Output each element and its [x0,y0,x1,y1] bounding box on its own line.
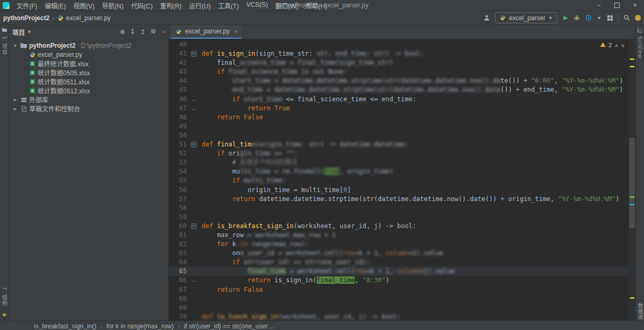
hide-panel-icon[interactable]: − [161,28,165,36]
breadcrumb-item[interactable]: for k in range(max_row) [107,323,174,330]
inspections-widget[interactable]: 2 ∧ ∨ [598,41,627,49]
code-line[interactable]: 68 [169,294,636,303]
chevron-right-icon[interactable]: ▸ [12,106,18,111]
run-configuration-select[interactable]: excel_parser ▼ [495,12,557,23]
code-line[interactable]: 59 [169,213,636,222]
fold-marker-icon[interactable]: ⌐ [189,104,198,113]
chevron-right-icon[interactable]: ▸ [12,97,18,102]
code-line[interactable]: 58 [169,204,636,213]
debug-button[interactable] [573,14,580,21]
code-line[interactable]: 57 return datetime.datetime.strptime(str… [169,195,636,204]
code-line[interactable]: 42 final_science_time = final_time(sign_… [169,58,636,67]
code-line[interactable]: 47⌐ return True [169,104,636,113]
run-button[interactable] [562,14,569,21]
tool-button-sciview[interactable]: SciView [637,25,643,58]
project-panel-title[interactable]: 项目 [12,28,25,37]
code-line[interactable]: 49 [169,122,636,131]
menu-item[interactable]: 工具(T) [214,0,242,11]
menu-item[interactable]: 视图(V) [69,0,98,11]
fold-marker-icon[interactable]: − [189,140,198,149]
tree-item-label: 外部库 [29,95,48,104]
breadcrumb-project[interactable]: pythonProject2 [3,14,49,22]
error-stripe-mark[interactable] [630,58,634,60]
tree-item[interactable]: 最终统计数据.xlsx [9,59,168,68]
code-line[interactable]: 52 if origin_time == "": [169,149,636,158]
error-stripe-mark[interactable] [630,66,634,67]
code-line[interactable]: 45 end_time = datetime.datetime.strptime… [169,85,636,94]
code-line[interactable]: 40 [169,40,636,49]
code-line[interactable]: 46⌐ if start_time <= final_science_time … [169,95,636,104]
tab-close-icon[interactable]: × [234,28,237,34]
menu-item[interactable]: 重构(R) [156,0,186,11]
code-line[interactable]: 55 if multi_time: [169,176,636,185]
code-line-current[interactable]: 65 final_time = worksheet.cell(row=k + 1… [169,267,636,276]
collapse-all-icon[interactable]: ↥ [140,28,145,36]
code-line[interactable]: 64 if str(user_id) == str(one_user_id): [169,258,636,267]
tree-item[interactable]: excel_parser.py [9,50,168,59]
menu-item[interactable]: 文件(F) [13,0,41,11]
tree-item[interactable]: ▾pythonProject2D:\pythonProject2 [9,41,168,50]
fold-marker-icon[interactable]: − [189,222,198,231]
code-line[interactable]: 53 # 处理多个时间的情况 [169,158,636,167]
error-stripe-mark[interactable] [630,196,634,198]
next-warning-icon[interactable]: ∨ [621,42,625,48]
chevron-down-icon[interactable]: ▾ [12,43,18,48]
coverage-button[interactable] [585,14,592,21]
maximize-button[interactable] [608,0,626,11]
gutter-spacer [189,195,198,204]
fold-marker-icon[interactable]: ⌐ [189,276,198,285]
tool-windows-button[interactable] [606,14,613,21]
code-line[interactable]: 70def is_lunch_sign_in(worksheet, user_i… [169,312,636,320]
code-line[interactable]: 56 origin_time = multi_time[0] [169,186,636,195]
code-line[interactable]: 50 [169,131,636,140]
fold-marker-icon[interactable]: − [189,49,198,58]
editor[interactable]: 4041−def is_sign_in(sign_time_str: str, … [169,39,636,320]
code-line[interactable]: 62 for k in range(max_row): [169,240,636,249]
tool-button-structure[interactable]: 7: 结构 [1,283,8,306]
code-line[interactable]: 63 one_user_id = worksheet.cell(row=k + … [169,249,636,258]
code-line[interactable]: 48 return False [169,113,636,122]
menu-item[interactable]: 运行(U) [185,0,214,11]
menu-item[interactable]: 导航(N) [98,0,127,11]
breadcrumb-file[interactable]: excel_parser.py [66,14,110,22]
close-button[interactable]: × [626,0,644,11]
run-options-chevron-icon[interactable]: ▼ [597,15,602,21]
scrollbar-thumb[interactable] [629,137,635,229]
code-line[interactable]: 41−def is_sign_in(sign_time_str: str, en… [169,49,636,58]
project-settings-icon[interactable] [483,14,490,21]
search-everywhere-button[interactable] [623,14,630,21]
tree-item[interactable]: 统计数据0512.xlsx [9,86,168,95]
fold-marker-icon[interactable]: ⌐ [189,95,198,104]
tree-item[interactable]: ▸草稿文件和控制台 [9,104,168,113]
tree-item[interactable]: 统计数据0511.xlsx [9,77,168,86]
code-line[interactable]: 67 return False [169,285,636,294]
update-notification-icon[interactable] [635,15,641,21]
code-line[interactable]: 69 [169,303,636,312]
error-stripe-mark[interactable] [630,204,634,205]
select-opened-file-icon[interactable]: ⊗ [120,28,125,36]
previous-warning-icon[interactable]: ∧ [614,42,618,48]
error-stripe-mark[interactable] [630,297,634,299]
tool-button-database[interactable]: 数据库 [636,299,644,320]
menu-item[interactable]: 编辑(E) [41,0,69,11]
code-line[interactable]: 43 if final_science_time is not None: [169,67,636,76]
code-line[interactable]: 44 start_time = datetime.datetime.strpti… [169,76,636,85]
tree-item[interactable]: ▸外部库 [9,95,168,104]
breadcrumb-item[interactable]: if str(user_id) == str(one_user… [184,323,274,330]
code-line[interactable]: 60−def is_breakfast_sign_in(worksheet, u… [169,222,636,231]
menu-item[interactable]: 代码(C) [127,0,156,11]
code-line[interactable]: 66⌐ return is_sign_in(final_time, "8:30"… [169,276,636,285]
settings-gear-icon[interactable] [150,28,156,36]
code-line[interactable]: 61 max_row = worksheet.max_row + 1 [169,231,636,240]
code-line[interactable]: 54 multi_time = re.findall(time, origin_… [169,167,636,176]
tree-item[interactable]: 统计数据0505.xlsx [9,68,168,77]
expand-all-icon[interactable]: ↧ [130,28,135,36]
favorites-icon[interactable]: ★ [2,311,7,318]
menu-item[interactable]: VCS(S) [242,0,272,11]
tab-excel-parser[interactable]: excel_parser.py × [171,25,241,39]
breadcrumb-item[interactable]: is_breakfast_sign_in() [34,323,96,330]
code-line[interactable]: 51−def final_time(origin_time: str) -> d… [169,140,636,149]
minimize-button[interactable]: − [590,0,608,11]
tool-button-project[interactable]: 1: 项目 [1,25,8,55]
code-text [198,294,202,303]
